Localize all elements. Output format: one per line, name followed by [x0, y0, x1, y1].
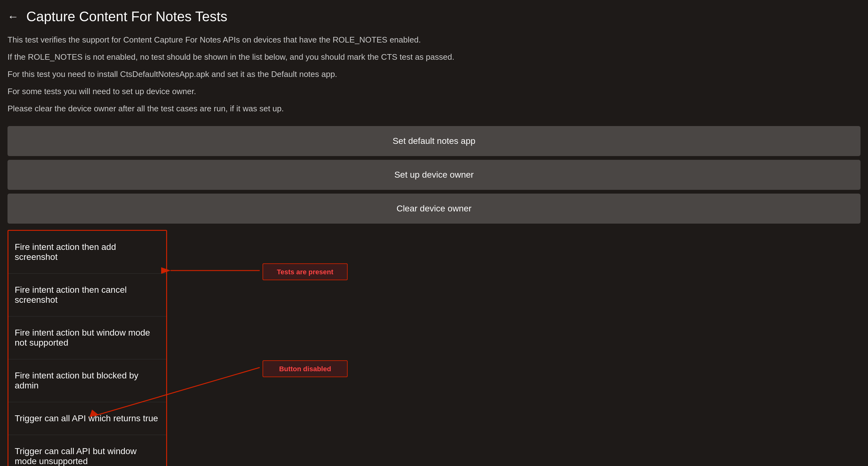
set-default-notes-button[interactable]: Set default notes app — [7, 126, 861, 156]
test-item-4[interactable]: Fire intent action but blocked by admin — [8, 359, 166, 402]
description-area: This test verifies the support for Conte… — [0, 31, 868, 115]
svg-rect-6 — [263, 361, 347, 377]
svg-rect-2 — [263, 264, 347, 280]
test-item-6[interactable]: Trigger can call API but window mode uns… — [8, 435, 166, 466]
desc-5: Please clear the device owner after all … — [7, 103, 861, 115]
clear-device-owner-button[interactable]: Clear device owner — [7, 194, 861, 224]
desc-4: For some tests you will need to set up d… — [7, 86, 861, 98]
svg-text:Button disabled: Button disabled — [279, 365, 331, 373]
desc-2: If the ROLE_NOTES is not enabled, no tes… — [7, 51, 861, 63]
test-list: Fire intent action then add screenshot F… — [7, 230, 167, 466]
test-item-2[interactable]: Fire intent action then cancel screensho… — [8, 274, 166, 317]
desc-1: This test verifies the support for Conte… — [7, 34, 861, 46]
back-button[interactable]: ← — [7, 10, 19, 23]
test-item-1[interactable]: Fire intent action then add screenshot — [8, 231, 166, 274]
desc-3: For this test you need to install CtsDef… — [7, 68, 861, 80]
test-item-5[interactable]: Trigger can all API which returns true — [8, 402, 166, 435]
set-up-device-owner-button[interactable]: Set up device owner — [7, 160, 861, 190]
svg-text:Tests are present: Tests are present — [277, 268, 334, 276]
page-title: Capture Content For Notes Tests — [26, 9, 227, 24]
header: ← Capture Content For Notes Tests — [0, 0, 868, 31]
action-buttons-area: Set default notes app Set up device owne… — [0, 120, 868, 230]
test-item-3[interactable]: Fire intent action but window mode not s… — [8, 317, 166, 359]
